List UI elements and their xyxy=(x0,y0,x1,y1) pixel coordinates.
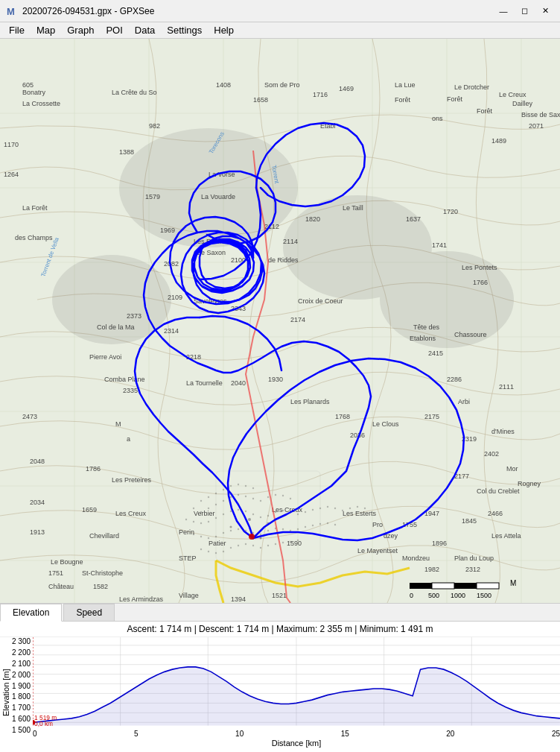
stats-bar: Ascent: 1 714 m | Descent: 1 714 m | Max… xyxy=(0,622,560,637)
svg-point-158 xyxy=(215,504,217,505)
svg-text:1786: 1786 xyxy=(86,465,101,473)
svg-text:1766: 1766 xyxy=(473,279,488,286)
svg-text:1716: 1716 xyxy=(313,91,328,98)
svg-point-196 xyxy=(208,537,209,539)
title-text: 20200726-094531.gpx - GPXSee xyxy=(22,6,154,16)
svg-text:2114: 2114 xyxy=(283,238,298,245)
svg-text:Som de Pro: Som de Pro xyxy=(264,81,300,89)
svg-text:982: 982 xyxy=(149,122,160,130)
svg-text:Les Preteires: Les Preteires xyxy=(112,476,152,484)
svg-text:Col du Creblet: Col du Creblet xyxy=(477,487,520,495)
menu-help[interactable]: Help xyxy=(208,23,240,37)
svg-text:d'Mines: d'Mines xyxy=(491,428,515,435)
svg-point-152 xyxy=(238,484,239,485)
svg-point-217 xyxy=(223,551,224,552)
svg-text:1264: 1264 xyxy=(4,171,19,178)
svg-point-204 xyxy=(267,530,269,531)
menu-bar: File Map Graph POI Data Settings Help xyxy=(0,22,560,39)
svg-text:Chassoure: Chassoure xyxy=(454,331,487,338)
svg-point-216 xyxy=(215,552,217,554)
svg-point-166 xyxy=(275,494,276,496)
svg-point-214 xyxy=(200,549,202,550)
svg-point-176 xyxy=(238,509,239,511)
svg-point-219 xyxy=(238,545,239,546)
svg-point-177 xyxy=(245,511,246,512)
svg-point-200 xyxy=(238,528,239,530)
svg-text:1637: 1637 xyxy=(406,215,421,223)
svg-text:Comba Plane: Comba Plane xyxy=(104,376,145,383)
y-ticks: 2 300 2 200 2 100 2 000 1 900 1 800 1 70… xyxy=(12,637,33,748)
svg-point-228 xyxy=(249,534,255,540)
svg-text:1768: 1768 xyxy=(335,413,350,420)
svg-point-161 xyxy=(238,494,239,496)
svg-point-210 xyxy=(312,525,314,526)
svg-text:M: M xyxy=(7,6,15,17)
restore-button[interactable]: ◻ xyxy=(515,4,533,18)
window-controls: — ◻ ✕ xyxy=(494,4,554,18)
svg-point-181 xyxy=(275,511,276,513)
svg-text:Verbier: Verbier xyxy=(194,510,215,517)
svg-text:Le Mayentset: Le Mayentset xyxy=(357,547,398,554)
svg-point-156 xyxy=(200,511,202,513)
map-canvas: La Crossette La Crête du So 1658 1716 Fo… xyxy=(0,39,560,603)
svg-point-182 xyxy=(282,510,284,511)
svg-point-227 xyxy=(297,540,299,541)
svg-text:1489: 1489 xyxy=(491,137,506,145)
svg-point-150 xyxy=(223,489,224,490)
svg-text:2111: 2111 xyxy=(499,383,514,391)
svg-point-203 xyxy=(260,534,261,535)
svg-text:1521: 1521 xyxy=(272,592,287,599)
svg-point-178 xyxy=(252,514,254,515)
app-icon: M xyxy=(6,5,18,17)
svg-text:Plan du Loup: Plan du Loup xyxy=(454,554,494,562)
svg-text:Mondzeu: Mondzeu xyxy=(402,554,430,562)
minimize-button[interactable]: — xyxy=(494,4,512,18)
svg-text:M: M xyxy=(115,420,121,428)
svg-point-197 xyxy=(215,536,217,537)
tab-speed[interactable]: Speed xyxy=(63,604,115,621)
svg-text:Les Planards: Les Planards xyxy=(290,398,330,405)
menu-file[interactable]: File xyxy=(3,23,31,37)
svg-text:Patier: Patier xyxy=(209,540,226,547)
svg-point-157 xyxy=(208,508,209,509)
elevation-svg: 1 519 m 0,0 km xyxy=(33,637,560,730)
svg-text:1969: 1969 xyxy=(160,227,175,234)
menu-settings[interactable]: Settings xyxy=(161,23,208,37)
svg-point-221 xyxy=(252,545,254,546)
svg-text:1896: 1896 xyxy=(432,540,447,547)
svg-text:1408: 1408 xyxy=(216,81,231,89)
graph-panel: Elevation Speed Ascent: 1 714 m | Descen… xyxy=(0,603,560,752)
svg-text:de Riddes: de Riddes xyxy=(268,256,299,264)
svg-text:1741: 1741 xyxy=(432,241,447,249)
close-button[interactable]: ✕ xyxy=(536,4,554,18)
menu-graph[interactable]: Graph xyxy=(61,23,100,37)
tab-elevation[interactable]: Elevation xyxy=(0,604,62,622)
svg-text:1582: 1582 xyxy=(93,583,108,590)
menu-poi[interactable]: POI xyxy=(100,23,128,37)
svg-text:500: 500 xyxy=(428,592,439,599)
svg-text:Pro: Pro xyxy=(372,521,383,528)
svg-text:Village: Village xyxy=(179,592,199,599)
svg-text:1913: 1913 xyxy=(30,528,45,536)
svg-text:La Forêt: La Forêt xyxy=(22,204,48,212)
svg-point-184 xyxy=(297,514,299,515)
svg-text:Les Attela: Les Attela xyxy=(491,532,521,540)
svg-text:M: M xyxy=(510,579,516,587)
title-bar: M 20200726-094531.gpx - GPXSee — ◻ ✕ xyxy=(0,0,560,22)
svg-text:Le Clous: Le Clous xyxy=(372,420,399,428)
svg-text:2109: 2109 xyxy=(168,294,182,301)
svg-text:Mor: Mor xyxy=(506,465,518,473)
tab-bar: Elevation Speed xyxy=(0,604,560,622)
menu-data[interactable]: Data xyxy=(129,23,161,37)
svg-point-224 xyxy=(275,543,276,545)
svg-point-192 xyxy=(357,506,358,508)
svg-text:2402: 2402 xyxy=(484,450,499,458)
svg-text:2218: 2218 xyxy=(186,353,201,361)
svg-point-185 xyxy=(305,511,306,513)
svg-text:0,0 km: 0,0 km xyxy=(34,719,53,727)
svg-point-165 xyxy=(267,496,269,498)
svg-point-220 xyxy=(245,543,246,545)
svg-point-209 xyxy=(305,526,306,528)
menu-map[interactable]: Map xyxy=(31,23,61,37)
map-area[interactable]: La Crossette La Crête du So 1658 1716 Fo… xyxy=(0,39,560,603)
